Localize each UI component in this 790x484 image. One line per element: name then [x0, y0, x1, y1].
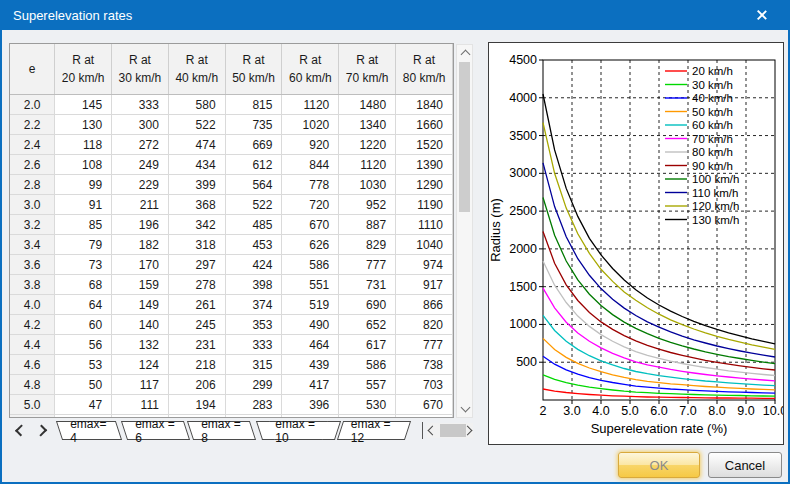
radius-cell[interactable]: 117	[112, 375, 169, 395]
radius-cell[interactable]: 820	[396, 315, 453, 335]
radius-cell[interactable]: 194	[168, 395, 225, 415]
radius-cell[interactable]: 132	[112, 335, 169, 355]
radius-cell[interactable]: 353	[225, 315, 282, 335]
radius-cell[interactable]: 60	[55, 315, 112, 335]
radius-cell[interactable]: 1480	[339, 95, 396, 115]
radius-cell[interactable]: 315	[225, 355, 282, 375]
tab-scroll-right-icon[interactable]	[35, 424, 47, 436]
radius-cell[interactable]: 211	[112, 195, 169, 215]
radius-cell[interactable]: 580	[168, 95, 225, 115]
table-row[interactable]: 3.868159278398551731917	[10, 275, 453, 295]
radius-cell[interactable]: 140	[112, 315, 169, 335]
table-row[interactable]: 3.0912113685227209521190	[10, 195, 453, 215]
tab-scroll-left-icon[interactable]	[15, 424, 27, 436]
radius-cell[interactable]: 297	[168, 255, 225, 275]
table-row[interactable]: 3.2851963424856708871110	[10, 215, 453, 235]
e-value-cell[interactable]: 2.4	[10, 135, 55, 155]
radius-cell[interactable]: 424	[225, 255, 282, 275]
radius-cell[interactable]: 1220	[339, 135, 396, 155]
radius-cell[interactable]: 417	[282, 375, 339, 395]
radius-cell[interactable]: 640	[396, 415, 453, 419]
e-value-cell[interactable]: 5.2	[10, 415, 55, 419]
tab-emax8[interactable]: emax = 8	[187, 421, 256, 440]
radius-cell[interactable]: 318	[168, 235, 225, 255]
radius-cell[interactable]: 50	[55, 375, 112, 395]
table-vertical-scrollbar[interactable]	[456, 44, 473, 418]
radius-cell[interactable]: 777	[339, 255, 396, 275]
radius-cell[interactable]: 229	[112, 175, 169, 195]
radius-cell[interactable]: 626	[282, 235, 339, 255]
radius-cell[interactable]: 1190	[396, 195, 453, 215]
radius-cell[interactable]: 557	[339, 375, 396, 395]
radius-cell[interactable]: 342	[168, 215, 225, 235]
radius-cell[interactable]: 111	[112, 395, 169, 415]
radius-cell[interactable]: 612	[225, 155, 282, 175]
radius-cell[interactable]: 53	[55, 355, 112, 375]
table-horizontal-scrollbar[interactable]	[427, 423, 473, 438]
e-value-cell[interactable]: 4.2	[10, 315, 55, 335]
tab-emax6[interactable]: emax = 6	[120, 421, 189, 440]
radius-cell[interactable]: 1040	[396, 235, 453, 255]
radius-cell[interactable]: 1030	[339, 175, 396, 195]
cancel-button[interactable]: Cancel	[708, 452, 782, 478]
radius-cell[interactable]: 522	[168, 115, 225, 135]
radius-cell[interactable]: 56	[55, 335, 112, 355]
radius-cell[interactable]: 522	[225, 195, 282, 215]
radius-cell[interactable]: 368	[168, 195, 225, 215]
radius-cell[interactable]: 703	[396, 375, 453, 395]
radius-cell[interactable]: 333	[112, 95, 169, 115]
e-value-cell[interactable]: 2.0	[10, 95, 55, 115]
radius-cell[interactable]: 464	[282, 335, 339, 355]
titlebar[interactable]: Superelevation rates	[0, 0, 790, 30]
radius-cell[interactable]: 738	[396, 355, 453, 375]
radius-cell[interactable]: 272	[112, 135, 169, 155]
radius-cell[interactable]: 333	[225, 335, 282, 355]
radius-cell[interactable]: 815	[225, 95, 282, 115]
ok-button[interactable]: OK	[618, 452, 700, 478]
radius-cell[interactable]: 149	[112, 295, 169, 315]
radius-cell[interactable]: 485	[225, 215, 282, 235]
table-row[interactable]: 4.653124218315439586738	[10, 355, 453, 375]
radius-cell[interactable]: 1390	[396, 155, 453, 175]
radius-cell[interactable]: 118	[55, 135, 112, 155]
radius-cell[interactable]: 108	[55, 155, 112, 175]
radius-cell[interactable]: 398	[225, 275, 282, 295]
radius-cell[interactable]: 434	[168, 155, 225, 175]
radius-cell[interactable]: 206	[168, 375, 225, 395]
table-row[interactable]: 4.456132231333464617777	[10, 335, 453, 355]
radius-cell[interactable]: 1340	[339, 115, 396, 135]
radius-cell[interactable]: 218	[168, 355, 225, 375]
radius-cell[interactable]: 283	[225, 395, 282, 415]
radius-cell[interactable]: 261	[168, 295, 225, 315]
table-row[interactable]: 2.89922939956477810301290	[10, 175, 453, 195]
e-value-cell[interactable]: 2.6	[10, 155, 55, 175]
radius-cell[interactable]: 1660	[396, 115, 453, 135]
radius-cell[interactable]: 844	[282, 155, 339, 175]
radius-cell[interactable]: 1290	[396, 175, 453, 195]
radius-cell[interactable]: 182	[112, 235, 169, 255]
radius-cell[interactable]: 551	[282, 275, 339, 295]
close-button[interactable]	[742, 0, 782, 30]
radius-cell[interactable]: 1020	[282, 115, 339, 135]
e-value-cell[interactable]: 2.2	[10, 115, 55, 135]
radius-cell[interactable]: 91	[55, 195, 112, 215]
vertical-scroll-thumb[interactable]	[459, 62, 470, 212]
radius-cell[interactable]: 617	[339, 335, 396, 355]
radius-cell[interactable]: 690	[339, 295, 396, 315]
radius-cell[interactable]: 399	[168, 175, 225, 195]
radius-cell[interactable]: 145	[55, 95, 112, 115]
radius-cell[interactable]: 670	[282, 215, 339, 235]
table-row[interactable]: 2.411827247466992012201520	[10, 135, 453, 155]
radius-cell[interactable]: 777	[396, 335, 453, 355]
table-row[interactable]: 2.2130300522735102013401660	[10, 115, 453, 135]
e-value-cell[interactable]: 3.2	[10, 215, 55, 235]
radius-cell[interactable]: 278	[168, 275, 225, 295]
radius-cell[interactable]: 519	[282, 295, 339, 315]
table-row[interactable]: 2.610824943461284411201390	[10, 155, 453, 175]
radius-cell[interactable]: 829	[339, 235, 396, 255]
tab-emax4[interactable]: emax= 4	[56, 421, 122, 440]
radius-cell[interactable]: 1120	[282, 95, 339, 115]
radius-cell[interactable]: 1520	[396, 135, 453, 155]
radius-cell[interactable]: 64	[55, 295, 112, 315]
radius-cell[interactable]: 245	[168, 315, 225, 335]
